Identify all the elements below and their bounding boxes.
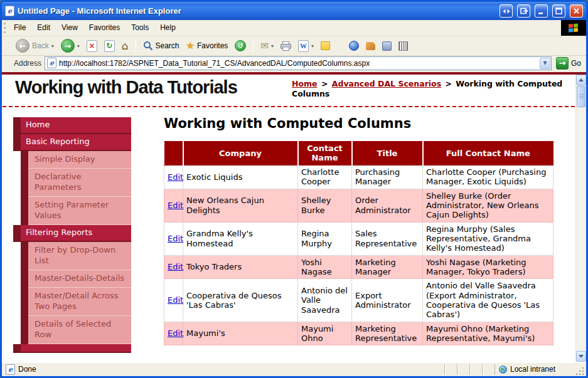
scroll-track[interactable] [576,108,586,351]
chevron-down-icon: ▼ [543,60,547,66]
menu-edit[interactable]: Edit [31,20,56,36]
company-cell: Cooperativa de Quesos 'Las Cabras' [183,279,298,322]
sidebar-item-filter-by-dropdown-list[interactable]: Filter by Drop-Down List [21,242,131,270]
menu-help[interactable]: Help [154,20,181,36]
contact-cell: Shelley Burke [298,189,352,222]
edit-dropdown-icon[interactable]: ▾ [311,43,314,49]
title-cell: Marketing Representative [352,322,423,345]
table-row: Edit Cooperativa de Quesos 'Las Cabras' … [164,279,553,322]
vertical-scrollbar[interactable] [575,75,586,362]
messenger-button[interactable] [347,39,361,52]
mail-dropdown-icon[interactable]: ▾ [271,43,274,49]
table-row: Edit New Orleans Cajun Delights Shelley … [164,189,553,222]
address-input[interactable] [59,59,537,68]
address-dropdown-button[interactable]: ▼ [540,58,550,69]
edit-link[interactable]: Edit [168,262,183,271]
windows-flag-icon [569,23,579,33]
sidebar-item-details-of-selected-row[interactable]: Details of Selected Row [21,316,131,344]
scroll-down-button[interactable] [576,351,586,362]
title-cell: Marketing Manager [352,255,423,279]
menubar: File Edit View Favorites Tools Help [2,20,586,36]
column-header-contact-name: Contact Name [298,141,352,165]
breadcrumb-separator: > [444,79,452,88]
menu-file[interactable]: File [8,20,31,36]
breadcrumb-separator: > [320,79,329,88]
refresh-button[interactable]: ↻ [102,39,117,53]
go-button[interactable]: → Go [555,57,584,70]
menu-tools[interactable]: Tools [126,20,154,36]
sidebar-item-simple-display[interactable]: Simple Display [21,151,131,169]
snagit-icon [366,42,375,50]
table-row: Edit Tokyo Traders Yoshi Nagase Marketin… [164,255,553,279]
snagit-button[interactable] [364,41,377,51]
edit-link[interactable]: Edit [168,295,183,305]
back-dropdown-icon[interactable]: ▾ [51,43,54,49]
quick-links-button[interactable] [397,40,410,52]
scroll-thumb[interactable] [577,86,585,107]
company-cell: Exotic Liquids [183,165,298,189]
titlebar[interactable]: e Untitled Page - Microsoft Internet Exp… [2,2,586,20]
company-cell: Mayumi's [183,322,298,345]
column-header-full-contact-name: Full Contact Name [423,141,553,165]
research-button[interactable] [380,40,393,52]
sidebar-item-clipped[interactable] [13,344,131,353]
resize-horizontal-icon [503,8,510,14]
sidebar-strip [21,288,28,316]
resize-grip[interactable] [576,367,584,375]
sidebar-item-home[interactable]: Home [13,117,131,134]
full-contact-cell: Mayumi Ohno (Marketing Representative, M… [423,322,553,345]
barcode-icon [398,41,408,51]
close-button[interactable] [570,4,583,18]
favorites-button[interactable]: ★ Favorites [184,39,230,53]
full-contact-cell: Shelley Burke (Order Administrator, New … [423,189,553,222]
popout-button[interactable] [517,4,530,18]
discuss-button[interactable] [319,40,332,51]
history-button[interactable]: ↺ [233,39,248,53]
globe-icon [499,365,507,374]
sidebar-item-basic-reporting[interactable]: Basic Reporting [13,134,131,151]
search-button[interactable]: Search [141,39,181,52]
stop-button[interactable]: × [85,39,99,53]
edit-link[interactable]: Edit [168,328,183,338]
breadcrumb-section-link[interactable]: Advanced DAL Scenarios [332,79,441,88]
sidebar-nav: Home Basic Reporting Simple Display Decl… [13,117,131,353]
scroll-up-button[interactable] [576,75,586,85]
sidebar-item-master-details-details[interactable]: Master-Details-Details [21,270,131,288]
sidebar-item-setting-parameter-values[interactable]: Setting Parameter Values [21,197,131,225]
full-contact-cell: Antonio del Valle Saavedra (Export Admin… [423,279,553,322]
title-cell: Purchasing Manager [352,165,423,189]
messenger-icon [349,41,359,51]
mail-button[interactable]: ✉ ▾ [259,39,275,53]
browser-viewport: Working with Data Tutorials Home > Advan… [2,75,586,362]
forward-dropdown-icon[interactable]: ▾ [77,43,80,49]
contact-cell: Mayumi Ohno [298,322,352,345]
sidebar-item-filtering-reports[interactable]: Filtering Reports [13,225,131,242]
history-icon: ↺ [235,40,246,51]
column-header-company: Company [183,141,298,165]
maximize-button[interactable] [552,4,565,18]
stop-icon: × [87,40,97,52]
sidebar-item-declarative-parameters[interactable]: Declarative Parameters [21,169,131,197]
print-button[interactable] [279,40,293,52]
discuss-note-icon [321,41,330,50]
back-button[interactable]: ← Back ▾ [14,38,56,54]
breadcrumb-home-link[interactable]: Home [292,79,318,88]
table-row: Edit Exotic Liquids Charlotte Cooper Pur… [164,165,553,189]
menubar-grip[interactable] [4,23,7,33]
menu-view[interactable]: View [56,20,83,36]
minimize-button[interactable] [535,4,548,18]
popout-icon [520,8,528,14]
menu-favorites[interactable]: Favorites [83,20,126,36]
sidebar-item-master-detail-across-two-pages[interactable]: Master/Detail Across Two Pages [21,288,131,316]
ie-window: e Untitled Page - Microsoft Internet Exp… [0,0,588,378]
resize-horizontal-button[interactable] [500,4,513,18]
sidebar-strip [21,169,28,197]
edit-link[interactable]: Edit [168,172,183,182]
edit-link[interactable]: Edit [168,201,183,210]
edit-with-word-button[interactable]: W ▾ [296,39,316,53]
edit-link[interactable]: Edit [168,234,183,243]
contact-cell: Regina Murphy [298,222,352,255]
status-pane [457,364,469,375]
forward-button[interactable]: → ▾ [59,38,82,54]
home-button[interactable]: ⌂ [120,38,131,53]
